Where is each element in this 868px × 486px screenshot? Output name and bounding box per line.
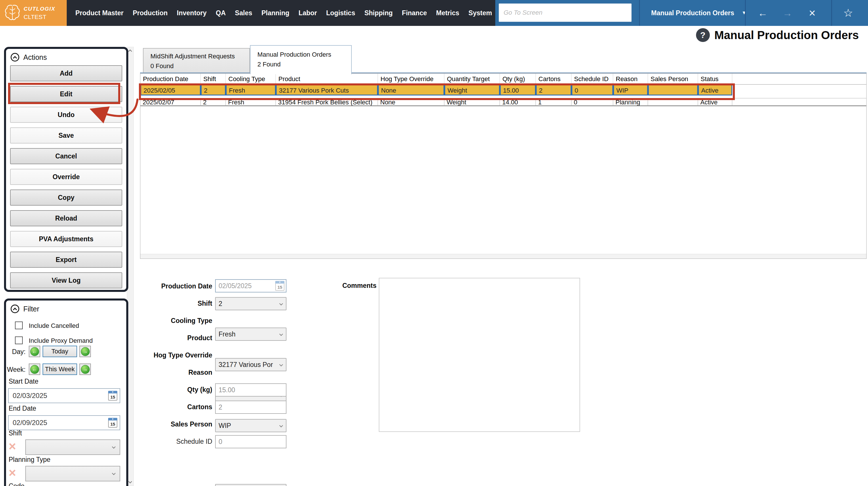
schedule-id-input[interactable]: 0 <box>215 435 286 448</box>
save-button[interactable]: Save <box>10 127 122 144</box>
column-header[interactable]: Cooling Type <box>226 73 276 84</box>
end-date-value: 02/09/2025 <box>13 419 47 427</box>
shift-dropdown[interactable]: 2 <box>215 297 286 310</box>
start-date-value: 02/03/2025 <box>13 392 47 400</box>
column-header[interactable]: Shift <box>201 73 226 84</box>
grid-horizontal-scrollbar[interactable] <box>141 254 866 259</box>
week-previous-button[interactable]: ← <box>29 364 40 375</box>
actions-panel-header[interactable]: Actions <box>11 53 47 62</box>
calendar-icon[interactable]: 15 <box>108 391 117 401</box>
day-label: Day: <box>6 348 26 356</box>
copy-button[interactable]: Copy <box>10 189 122 206</box>
production-date-value: 02/05/2025 <box>219 282 252 290</box>
menu-shipping[interactable]: Shipping <box>360 9 397 17</box>
forward-arrow-icon[interactable]: → <box>779 0 796 26</box>
menu-sales[interactable]: Sales <box>230 9 257 17</box>
qty-kg-value: 15.00 <box>219 386 235 394</box>
cartons-input[interactable]: 2 <box>215 401 286 414</box>
comments-label: Comments <box>290 282 376 290</box>
pva-adjustments-button[interactable]: PVA Adjustments <box>10 231 122 247</box>
sales-person-dropdown[interactable] <box>215 484 286 486</box>
reload-button[interactable]: Reload <box>10 210 122 226</box>
include-cancelled-label: Include Cancelled <box>29 322 79 330</box>
collapse-chevron-icon[interactable] <box>11 53 19 62</box>
qty-kg-input[interactable]: 15.00 <box>215 383 286 397</box>
column-header[interactable]: Production Date <box>141 73 201 84</box>
code-label: Code <box>9 482 25 486</box>
day-next-button[interactable]: → <box>80 346 91 357</box>
column-header[interactable]: Quantity Target <box>444 73 500 84</box>
this-week-button[interactable]: This Week <box>42 364 77 375</box>
help-icon[interactable]: ? <box>696 28 710 42</box>
menu-logistics[interactable]: Logistics <box>321 9 360 17</box>
column-header[interactable]: Reason <box>613 73 648 84</box>
override-button[interactable]: Override <box>10 169 122 185</box>
schedule-id-label: Schedule ID <box>126 438 212 446</box>
menu-inventory[interactable]: Inventory <box>172 9 211 17</box>
menu-product-master[interactable]: Product Master <box>71 9 128 17</box>
include-cancelled-checkbox[interactable] <box>15 322 23 329</box>
export-button[interactable]: Export <box>10 252 122 268</box>
shift-value: 2 <box>219 300 222 308</box>
menu-labor[interactable]: Labor <box>294 9 321 17</box>
orders-grid: Production Date Shift Cooling Type Produ… <box>140 73 867 259</box>
reason-label: Reason <box>126 369 212 376</box>
qty-kg-label: Qty (kg) <box>126 386 212 394</box>
column-header[interactable]: Status <box>698 73 732 84</box>
go-to-screen-input[interactable] <box>499 3 631 22</box>
calendar-icon[interactable]: 15 <box>275 281 284 291</box>
menu-production[interactable]: Production <box>128 9 172 17</box>
filter-panel: Filter Include Cancelled Include Proxy D… <box>4 299 128 486</box>
calendar-icon[interactable]: 15 <box>108 418 117 428</box>
menu-metrics[interactable]: Metrics <box>431 9 464 17</box>
planning-type-dropdown[interactable] <box>25 466 120 481</box>
close-screen-icon[interactable]: × <box>804 0 820 26</box>
column-header[interactable]: Hog Type Override <box>378 73 444 84</box>
menu-qa[interactable]: QA <box>211 9 230 17</box>
column-header[interactable]: Schedule ID <box>571 73 613 84</box>
column-header[interactable]: Product <box>276 73 378 84</box>
menu-system[interactable]: System <box>464 9 497 17</box>
include-proxy-demand-checkbox[interactable] <box>15 336 23 344</box>
back-arrow-icon[interactable]: ← <box>755 0 771 26</box>
production-date-field[interactable]: 02/05/2025 15 <box>215 279 286 293</box>
menu-planning[interactable]: Planning <box>257 9 294 17</box>
start-date-input[interactable]: 02/03/2025 15 <box>8 388 120 403</box>
column-header[interactable]: Sales Person <box>648 73 698 84</box>
sales-person-label: Sales Person <box>126 420 212 428</box>
screen-selector-dropdown[interactable]: Manual Production Orders ▼ <box>645 0 745 26</box>
clear-shift-icon[interactable]: × <box>9 441 16 452</box>
collapse-chevron-icon[interactable] <box>11 305 19 313</box>
menu-finance[interactable]: Finance <box>397 9 431 17</box>
scroll-down-icon[interactable] <box>128 480 132 483</box>
product-dropdown[interactable]: 32177 Various Por <box>215 358 286 371</box>
shift-filter-dropdown[interactable] <box>25 439 120 455</box>
reason-dropdown[interactable]: WIP <box>215 419 286 432</box>
today-button[interactable]: Today <box>42 346 77 357</box>
week-next-button[interactable]: → <box>80 364 91 375</box>
filter-panel-title: Filter <box>23 305 39 313</box>
column-header-filler <box>732 73 866 84</box>
cancel-button[interactable]: Cancel <box>10 148 122 164</box>
end-date-input[interactable]: 02/09/2025 15 <box>8 415 120 430</box>
product-label: Product <box>126 334 212 342</box>
brand-logo-block[interactable]: CUTLOGIX CLTEST <box>0 0 67 26</box>
column-header[interactable]: Qty (kg) <box>500 73 536 84</box>
column-header[interactable]: Cartons <box>536 73 571 84</box>
filter-panel-header[interactable]: Filter <box>11 305 39 313</box>
tab-count: 2 Found <box>257 60 351 69</box>
shift-filter-label: Shift <box>9 429 22 437</box>
favorite-star-icon[interactable]: ☆ <box>838 0 858 26</box>
arrow-left-icon: ← <box>30 347 39 356</box>
clear-planning-type-icon[interactable]: × <box>9 467 16 479</box>
view-log-button[interactable]: View Log <box>10 272 122 288</box>
comments-textarea[interactable] <box>379 278 580 432</box>
cooling-type-dropdown[interactable]: Fresh <box>215 328 286 341</box>
cutlogix-brain-icon <box>3 3 21 23</box>
add-button[interactable]: Add <box>10 65 122 81</box>
day-previous-button[interactable]: ← <box>29 346 40 357</box>
tab-manual-production-orders[interactable]: Manual Production Orders 2 Found <box>250 45 352 74</box>
scroll-up-icon[interactable] <box>128 50 132 53</box>
tab-midshift-adjustment-requests[interactable]: MidShift Adjustment Requests 0 Found <box>143 48 250 72</box>
planning-type-label: Planning Type <box>9 456 50 463</box>
